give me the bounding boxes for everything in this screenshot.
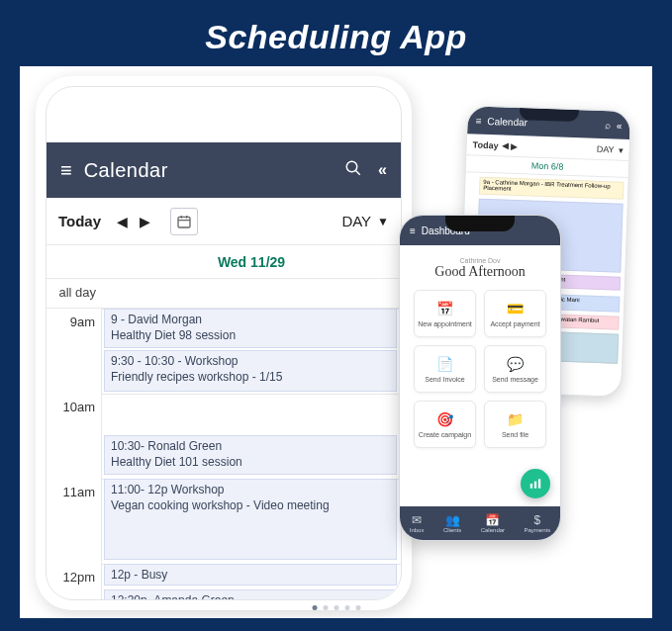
tile-label: Send message bbox=[492, 376, 538, 383]
chevron-down-icon[interactable]: ▼ bbox=[377, 215, 389, 228]
tile-icon: 📁 bbox=[507, 411, 524, 427]
greeting: Good Afternoon bbox=[400, 264, 560, 280]
phone-calendar-main: ≡ Calendar « Today ◀ ▶ bbox=[36, 76, 412, 610]
nav-icon: $ bbox=[525, 513, 551, 527]
tile-icon: 💳 bbox=[507, 301, 524, 316]
tile-icon: 💬 bbox=[507, 356, 524, 372]
event-slot[interactable]: 12p - Busy bbox=[104, 564, 397, 586]
tile-icon: 📅 bbox=[436, 301, 453, 316]
nav-label: Calendar bbox=[481, 527, 505, 533]
event-slot[interactable]: 9:30 - 10:30 - Workshop Friendly recipes… bbox=[104, 350, 397, 392]
dashboard-tile[interactable]: 💬Send message bbox=[484, 345, 546, 393]
svg-line-1 bbox=[355, 170, 360, 175]
chevron-down-icon[interactable]: ▾ bbox=[618, 144, 623, 154]
page-title: Scheduling App bbox=[20, 18, 652, 56]
collapse-icon[interactable]: « bbox=[378, 161, 387, 179]
menu-icon[interactable]: ≡ bbox=[410, 225, 416, 236]
bottom-nav-item[interactable]: 👥Clients bbox=[443, 513, 461, 533]
today-button[interactable]: Today bbox=[58, 213, 101, 229]
nav-prev-icon[interactable]: ◀ bbox=[502, 140, 509, 150]
nav-label: Clients bbox=[443, 527, 461, 533]
event-slot-small[interactable]: 9a - Cathrine Morgan - IBR Treatment Fol… bbox=[479, 177, 624, 200]
nav-icon: 📅 bbox=[481, 513, 505, 527]
day-grid[interactable]: 9am 10am 11am 12pm 9 - David Morgan bbox=[47, 309, 401, 600]
fab-button[interactable] bbox=[521, 469, 550, 498]
view-label[interactable]: DAY bbox=[597, 143, 615, 154]
allday-row: all day bbox=[47, 279, 401, 309]
bottom-nav-item[interactable]: 📅Calendar bbox=[481, 513, 505, 533]
hour-label: 11am bbox=[62, 485, 95, 499]
tile-label: Create campaign bbox=[419, 431, 471, 438]
nav-prev-icon[interactable]: ◀ bbox=[111, 214, 134, 229]
dashboard-tile[interactable]: 🎯Create campaign bbox=[414, 401, 476, 448]
tile-label: Send file bbox=[502, 431, 528, 438]
carousel-dots[interactable] bbox=[312, 605, 360, 610]
event-slot[interactable]: 12:30p- Amanda Green Introduction phone … bbox=[104, 589, 397, 600]
svg-rect-8 bbox=[538, 479, 540, 488]
greeting-subtitle: Cathrine Dov bbox=[400, 257, 560, 264]
today-link[interactable]: Today bbox=[473, 139, 499, 150]
tile-label: Accept payment bbox=[490, 320, 539, 327]
tile-label: New appointment bbox=[418, 320, 471, 327]
date-header: Wed 11/29 bbox=[47, 245, 401, 279]
bottom-nav-item[interactable]: ✉Inbox bbox=[410, 513, 425, 533]
search-icon[interactable] bbox=[344, 159, 362, 182]
tile-icon: 📄 bbox=[436, 356, 453, 372]
hour-label: 9am bbox=[70, 315, 95, 329]
date-picker-button[interactable] bbox=[170, 208, 198, 235]
collapse-icon[interactable]: « bbox=[617, 120, 623, 131]
nav-title: Calendar bbox=[84, 159, 168, 182]
svg-rect-6 bbox=[530, 484, 532, 489]
tile-icon: 🎯 bbox=[436, 411, 453, 427]
menu-icon[interactable]: ≡ bbox=[60, 159, 72, 182]
nav-next-icon[interactable]: ▶ bbox=[511, 140, 518, 150]
navbar: ≡ Calendar « bbox=[47, 142, 401, 198]
nav-icon: 👥 bbox=[443, 513, 461, 527]
allday-label: all day bbox=[47, 285, 102, 300]
svg-point-0 bbox=[346, 161, 357, 172]
dashboard-tile[interactable]: 📅New appointment bbox=[414, 290, 476, 337]
event-slot[interactable]: 10:30- Ronald Green Healthy Diet 101 ses… bbox=[104, 435, 397, 475]
svg-rect-7 bbox=[534, 482, 536, 489]
view-mode-label[interactable]: DAY bbox=[341, 213, 371, 229]
nav-label: Payments bbox=[525, 527, 551, 533]
nav-icon: ✉ bbox=[410, 513, 425, 527]
dashboard-tile[interactable]: 📁Send file bbox=[484, 401, 546, 448]
svg-rect-2 bbox=[178, 217, 190, 227]
toolbar: Today ◀ ▶ DAY ▼ bbox=[47, 198, 401, 245]
nav-label: Inbox bbox=[410, 527, 425, 533]
event-slot[interactable]: 11:00- 12p Workshop Vegan cooking worksh… bbox=[104, 479, 397, 560]
nav-next-icon[interactable]: ▶ bbox=[134, 214, 156, 229]
tile-label: Send Invoice bbox=[425, 376, 464, 383]
bottom-nav-item[interactable]: $Payments bbox=[525, 513, 551, 533]
event-slot[interactable]: 9 - David Morgan Healthy Diet 98 session bbox=[104, 309, 397, 348]
dashboard-tile[interactable]: 📄Send Invoice bbox=[414, 345, 476, 393]
hour-label: 10am bbox=[62, 400, 95, 414]
canvas: ≡ Calendar ⌕« Today ◀ ▶ DAY▾ Mon 6/8 9a … bbox=[20, 66, 652, 618]
hour-label: 12pm bbox=[62, 570, 95, 585]
menu-icon[interactable]: ≡ bbox=[475, 115, 481, 126]
search-icon[interactable]: ⌕ bbox=[605, 120, 611, 131]
dashboard-tile[interactable]: 💳Accept payment bbox=[484, 290, 546, 337]
phone-dashboard: ≡ Dashboard Cathrine Dov Good Afternoon … bbox=[399, 215, 561, 541]
